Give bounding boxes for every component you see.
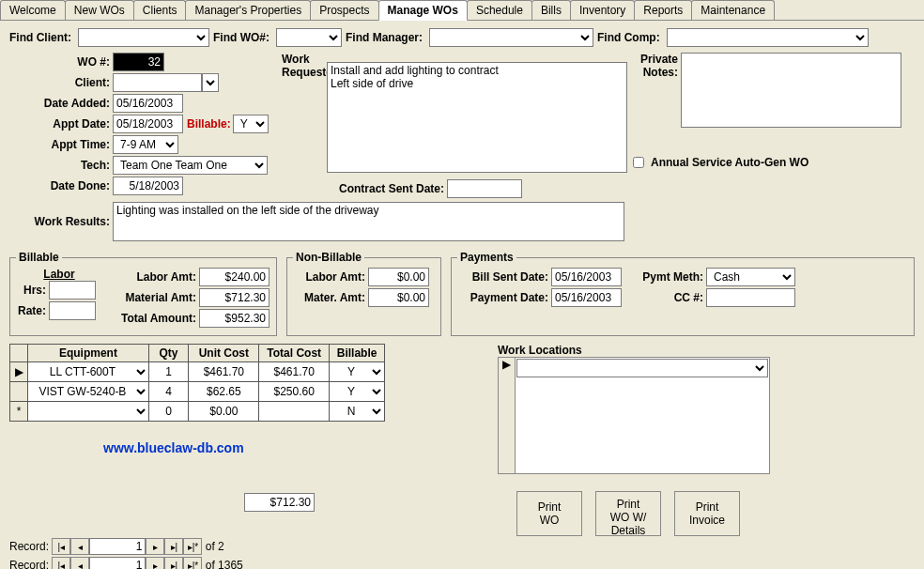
work-locations-label: Work Locations bbox=[498, 344, 915, 357]
material-amt-input[interactable] bbox=[199, 288, 270, 307]
payment-date-label: Payment Date: bbox=[457, 291, 551, 304]
print-wo-details-button[interactable]: Print WO W/ Details bbox=[595, 491, 661, 536]
table-row[interactable]: VIST GW-5240-B Y bbox=[10, 382, 385, 402]
appt-date-input[interactable] bbox=[113, 115, 183, 133]
equip-total[interactable] bbox=[259, 362, 329, 381]
find-wo-combo[interactable] bbox=[276, 28, 342, 47]
wo-num-input[interactable] bbox=[113, 53, 164, 71]
billable-group: Billable Labor Hrs: Rate: Labor Amt: Mat… bbox=[9, 251, 277, 336]
find-comp-combo[interactable] bbox=[667, 28, 869, 47]
find-manager-label: Find Manager: bbox=[346, 31, 425, 44]
nav-prev-icon[interactable]: ◂ bbox=[70, 557, 89, 569]
tab-managers-properties[interactable]: Manager's Properties bbox=[185, 0, 311, 20]
billable-label: Billable: bbox=[187, 117, 231, 131]
rate-label: Rate: bbox=[16, 304, 49, 317]
bill-sent-label: Bill Sent Date: bbox=[457, 270, 551, 284]
nav-new-icon[interactable]: ▸|* bbox=[183, 538, 202, 555]
find-client-label: Find Client: bbox=[9, 31, 74, 44]
contract-sent-input[interactable] bbox=[447, 179, 522, 198]
nav-position-input[interactable] bbox=[89, 538, 146, 555]
billable-combo[interactable]: Y bbox=[233, 115, 269, 133]
tab-welcome[interactable]: Welcome bbox=[0, 0, 66, 20]
tab-reports[interactable]: Reports bbox=[634, 0, 692, 20]
labor-amt-label: Labor Amt: bbox=[105, 270, 199, 284]
cc-input[interactable] bbox=[706, 288, 795, 307]
equip-total[interactable] bbox=[259, 402, 329, 421]
find-manager-combo[interactable] bbox=[429, 28, 593, 47]
tab-new-wos[interactable]: New WOs bbox=[65, 0, 134, 20]
wo-num-label: WO #: bbox=[9, 55, 113, 69]
nav-last-icon[interactable]: ▸| bbox=[164, 538, 183, 555]
nb-labor-amt-input[interactable] bbox=[368, 268, 429, 286]
print-wo-button[interactable]: Print WO bbox=[516, 491, 582, 536]
annual-service-checkbox[interactable] bbox=[633, 157, 644, 168]
payments-group: Payments Bill Sent Date: Pymt Meth: Cash… bbox=[451, 251, 915, 336]
tab-maintenance[interactable]: Maintenance bbox=[691, 0, 775, 20]
rate-input[interactable] bbox=[49, 301, 96, 320]
table-row[interactable]: * N bbox=[10, 402, 385, 422]
date-added-input[interactable] bbox=[113, 94, 183, 113]
tech-label: Tech: bbox=[9, 159, 113, 172]
nav-last-icon[interactable]: ▸| bbox=[164, 557, 183, 569]
work-results-textarea[interactable]: Lighting was installed on the left side … bbox=[113, 202, 624, 241]
work-results-label: Work Results: bbox=[9, 215, 113, 228]
nav-new-icon[interactable]: ▸|* bbox=[183, 557, 202, 569]
website-link[interactable]: www.blueclaw-db.com bbox=[103, 440, 441, 455]
col-unit-cost: Unit Cost bbox=[189, 345, 259, 362]
date-done-input[interactable] bbox=[113, 177, 183, 195]
total-amt-input[interactable] bbox=[199, 309, 270, 328]
col-equipment: Equipment bbox=[28, 345, 148, 362]
nav-first-icon[interactable]: |◂ bbox=[52, 538, 70, 555]
nb-mater-amt-input[interactable] bbox=[368, 288, 429, 307]
equip-total[interactable] bbox=[259, 382, 329, 401]
pymt-meth-label: Pymt Meth: bbox=[622, 270, 706, 284]
table-row[interactable]: ▶ LL CTT-600T Y bbox=[10, 362, 385, 382]
nav-first-icon[interactable]: |◂ bbox=[52, 557, 70, 569]
work-requested-textarea[interactable]: Install and add lighting to contract Lef… bbox=[327, 62, 627, 173]
equip-billable[interactable]: Y bbox=[330, 382, 384, 401]
equip-unit[interactable] bbox=[189, 362, 258, 381]
client-input[interactable] bbox=[113, 73, 202, 92]
private-notes-textarea[interactable] bbox=[681, 53, 901, 128]
payment-date-input[interactable] bbox=[551, 288, 622, 307]
labor-header: Labor bbox=[16, 268, 105, 281]
equip-qty[interactable] bbox=[149, 402, 189, 421]
tab-schedule[interactable]: Schedule bbox=[467, 0, 532, 20]
nav-total: 1365 bbox=[218, 559, 243, 569]
tech-combo[interactable]: Team One Team One bbox=[113, 156, 268, 175]
nonbillable-legend: Non-Billable bbox=[293, 251, 364, 264]
nav-next-icon[interactable]: ▸ bbox=[146, 538, 164, 555]
equip-billable[interactable]: N bbox=[330, 402, 384, 421]
equip-unit[interactable] bbox=[189, 402, 258, 421]
tab-manage-wos[interactable]: Manage WOs bbox=[378, 0, 468, 21]
nav-position-input[interactable] bbox=[89, 557, 146, 569]
nav-prev-icon[interactable]: ◂ bbox=[70, 538, 89, 555]
appt-time-combo[interactable]: 7-9 AM bbox=[113, 135, 178, 154]
hrs-input[interactable] bbox=[49, 281, 96, 300]
hrs-label: Hrs: bbox=[16, 284, 49, 297]
find-client-combo[interactable] bbox=[78, 28, 209, 47]
equip-name[interactable]: VIST GW-5240-B bbox=[28, 382, 147, 401]
bill-sent-input[interactable] bbox=[551, 268, 622, 286]
work-loc-selector-icon: ▶ bbox=[499, 358, 516, 473]
labor-amt-input[interactable] bbox=[199, 268, 270, 286]
print-invoice-button[interactable]: Print Invoice bbox=[674, 491, 740, 536]
tab-clients[interactable]: Clients bbox=[133, 0, 187, 20]
pymt-meth-combo[interactable]: Cash bbox=[706, 268, 795, 286]
nav-next-icon[interactable]: ▸ bbox=[146, 557, 164, 569]
work-requested-label: Work Requested: bbox=[282, 53, 327, 79]
equip-qty[interactable] bbox=[149, 382, 189, 401]
equip-name[interactable] bbox=[28, 402, 147, 421]
equip-unit[interactable] bbox=[189, 382, 258, 401]
contract-sent-label: Contract Sent Date: bbox=[282, 182, 447, 195]
tab-bills[interactable]: Bills bbox=[531, 0, 571, 20]
tab-prospects[interactable]: Prospects bbox=[310, 0, 378, 20]
tab-inventory[interactable]: Inventory bbox=[570, 0, 635, 20]
work-location-combo[interactable] bbox=[516, 359, 768, 377]
equip-qty[interactable] bbox=[149, 362, 189, 381]
client-picker[interactable] bbox=[202, 73, 219, 92]
equip-billable[interactable]: Y bbox=[330, 362, 384, 381]
appt-time-label: Appt Time: bbox=[9, 138, 113, 151]
equip-name[interactable]: LL CTT-600T bbox=[28, 362, 147, 381]
col-total-cost: Total Cost bbox=[259, 345, 330, 362]
